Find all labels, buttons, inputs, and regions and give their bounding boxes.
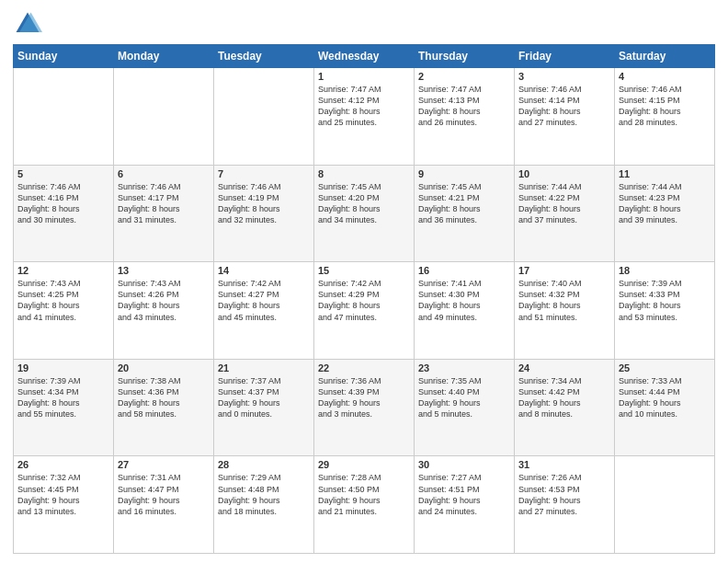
day-number: 22 bbox=[318, 362, 410, 373]
day-cell: 5Sunrise: 7:46 AM Sunset: 4:16 PM Daylig… bbox=[14, 165, 114, 262]
day-cell: 19Sunrise: 7:39 AM Sunset: 4:34 PM Dayli… bbox=[14, 359, 114, 456]
day-cell: 29Sunrise: 7:28 AM Sunset: 4:50 PM Dayli… bbox=[314, 456, 415, 554]
weekday-tuesday: Tuesday bbox=[214, 45, 314, 68]
day-number: 6 bbox=[118, 168, 210, 179]
weekday-monday: Monday bbox=[114, 45, 214, 68]
day-info: Sunrise: 7:45 AM Sunset: 4:20 PM Dayligh… bbox=[318, 181, 410, 226]
weekday-thursday: Thursday bbox=[415, 45, 515, 68]
day-number: 25 bbox=[619, 362, 711, 373]
day-cell: 17Sunrise: 7:40 AM Sunset: 4:32 PM Dayli… bbox=[515, 262, 615, 360]
day-cell: 23Sunrise: 7:35 AM Sunset: 4:40 PM Dayli… bbox=[415, 359, 515, 456]
day-number: 30 bbox=[418, 459, 510, 470]
day-number: 11 bbox=[619, 168, 711, 179]
day-number: 16 bbox=[418, 265, 510, 276]
day-cell bbox=[615, 456, 715, 554]
day-cell: 13Sunrise: 7:43 AM Sunset: 4:26 PM Dayli… bbox=[114, 262, 214, 360]
day-cell: 14Sunrise: 7:42 AM Sunset: 4:27 PM Dayli… bbox=[214, 262, 314, 360]
day-info: Sunrise: 7:42 AM Sunset: 4:27 PM Dayligh… bbox=[218, 278, 310, 323]
week-row-4: 19Sunrise: 7:39 AM Sunset: 4:34 PM Dayli… bbox=[14, 359, 715, 456]
day-number: 23 bbox=[418, 362, 510, 373]
day-cell: 10Sunrise: 7:44 AM Sunset: 4:22 PM Dayli… bbox=[515, 165, 615, 262]
day-cell: 31Sunrise: 7:26 AM Sunset: 4:53 PM Dayli… bbox=[515, 456, 615, 554]
day-info: Sunrise: 7:35 AM Sunset: 4:40 PM Dayligh… bbox=[418, 375, 510, 420]
day-info: Sunrise: 7:36 AM Sunset: 4:39 PM Dayligh… bbox=[318, 375, 410, 420]
day-info: Sunrise: 7:43 AM Sunset: 4:26 PM Dayligh… bbox=[118, 278, 210, 323]
day-info: Sunrise: 7:46 AM Sunset: 4:16 PM Dayligh… bbox=[17, 181, 109, 226]
day-cell: 7Sunrise: 7:46 AM Sunset: 4:19 PM Daylig… bbox=[214, 165, 314, 262]
day-cell: 15Sunrise: 7:42 AM Sunset: 4:29 PM Dayli… bbox=[314, 262, 415, 360]
day-info: Sunrise: 7:28 AM Sunset: 4:50 PM Dayligh… bbox=[318, 472, 410, 517]
calendar-table: SundayMondayTuesdayWednesdayThursdayFrid… bbox=[13, 44, 715, 554]
day-cell: 12Sunrise: 7:43 AM Sunset: 4:25 PM Dayli… bbox=[14, 262, 114, 360]
day-number: 4 bbox=[619, 71, 711, 82]
day-info: Sunrise: 7:40 AM Sunset: 4:32 PM Dayligh… bbox=[518, 278, 610, 323]
day-number: 24 bbox=[518, 362, 610, 373]
weekday-friday: Friday bbox=[515, 45, 615, 68]
day-cell: 21Sunrise: 7:37 AM Sunset: 4:37 PM Dayli… bbox=[214, 359, 314, 456]
day-number: 9 bbox=[418, 168, 510, 179]
day-cell: 11Sunrise: 7:44 AM Sunset: 4:23 PM Dayli… bbox=[615, 165, 715, 262]
day-info: Sunrise: 7:45 AM Sunset: 4:21 PM Dayligh… bbox=[418, 181, 510, 226]
day-number: 7 bbox=[218, 168, 310, 179]
day-number: 28 bbox=[218, 459, 310, 470]
day-info: Sunrise: 7:47 AM Sunset: 4:12 PM Dayligh… bbox=[318, 84, 410, 129]
day-cell: 27Sunrise: 7:31 AM Sunset: 4:47 PM Dayli… bbox=[114, 456, 214, 554]
week-row-3: 12Sunrise: 7:43 AM Sunset: 4:25 PM Dayli… bbox=[14, 262, 715, 360]
week-row-1: 1Sunrise: 7:47 AM Sunset: 4:12 PM Daylig… bbox=[14, 68, 715, 166]
weekday-header-row: SundayMondayTuesdayWednesdayThursdayFrid… bbox=[14, 45, 715, 68]
day-info: Sunrise: 7:29 AM Sunset: 4:48 PM Dayligh… bbox=[218, 472, 310, 517]
day-cell: 28Sunrise: 7:29 AM Sunset: 4:48 PM Dayli… bbox=[214, 456, 314, 554]
day-cell: 1Sunrise: 7:47 AM Sunset: 4:12 PM Daylig… bbox=[314, 68, 415, 166]
page: SundayMondayTuesdayWednesdayThursdayFrid… bbox=[0, 0, 728, 563]
day-number: 13 bbox=[118, 265, 210, 276]
day-number: 26 bbox=[17, 459, 109, 470]
weekday-sunday: Sunday bbox=[14, 45, 114, 68]
day-number: 31 bbox=[518, 459, 610, 470]
day-info: Sunrise: 7:41 AM Sunset: 4:30 PM Dayligh… bbox=[418, 278, 510, 323]
day-cell: 2Sunrise: 7:47 AM Sunset: 4:13 PM Daylig… bbox=[415, 68, 515, 166]
day-info: Sunrise: 7:42 AM Sunset: 4:29 PM Dayligh… bbox=[318, 278, 410, 323]
day-number: 5 bbox=[17, 168, 109, 179]
day-info: Sunrise: 7:47 AM Sunset: 4:13 PM Dayligh… bbox=[418, 84, 510, 129]
day-cell: 6Sunrise: 7:46 AM Sunset: 4:17 PM Daylig… bbox=[114, 165, 214, 262]
day-number: 17 bbox=[518, 265, 610, 276]
day-cell: 8Sunrise: 7:45 AM Sunset: 4:20 PM Daylig… bbox=[314, 165, 415, 262]
day-cell: 4Sunrise: 7:46 AM Sunset: 4:15 PM Daylig… bbox=[615, 68, 715, 166]
day-info: Sunrise: 7:46 AM Sunset: 4:19 PM Dayligh… bbox=[218, 181, 310, 226]
day-number: 29 bbox=[318, 459, 410, 470]
day-number: 10 bbox=[518, 168, 610, 179]
day-cell: 30Sunrise: 7:27 AM Sunset: 4:51 PM Dayli… bbox=[415, 456, 515, 554]
day-info: Sunrise: 7:39 AM Sunset: 4:34 PM Dayligh… bbox=[17, 375, 109, 420]
day-number: 21 bbox=[218, 362, 310, 373]
day-cell: 9Sunrise: 7:45 AM Sunset: 4:21 PM Daylig… bbox=[415, 165, 515, 262]
day-info: Sunrise: 7:43 AM Sunset: 4:25 PM Dayligh… bbox=[17, 278, 109, 323]
day-number: 12 bbox=[17, 265, 109, 276]
day-number: 15 bbox=[318, 265, 410, 276]
header bbox=[13, 9, 715, 39]
weekday-saturday: Saturday bbox=[615, 45, 715, 68]
day-cell: 20Sunrise: 7:38 AM Sunset: 4:36 PM Dayli… bbox=[114, 359, 214, 456]
day-cell: 16Sunrise: 7:41 AM Sunset: 4:30 PM Dayli… bbox=[415, 262, 515, 360]
day-cell: 24Sunrise: 7:34 AM Sunset: 4:42 PM Dayli… bbox=[515, 359, 615, 456]
day-info: Sunrise: 7:26 AM Sunset: 4:53 PM Dayligh… bbox=[518, 472, 610, 517]
day-cell bbox=[114, 68, 214, 166]
day-info: Sunrise: 7:27 AM Sunset: 4:51 PM Dayligh… bbox=[418, 472, 510, 517]
day-number: 1 bbox=[318, 71, 410, 82]
day-info: Sunrise: 7:44 AM Sunset: 4:23 PM Dayligh… bbox=[619, 181, 711, 226]
day-cell: 26Sunrise: 7:32 AM Sunset: 4:45 PM Dayli… bbox=[14, 456, 114, 554]
week-row-2: 5Sunrise: 7:46 AM Sunset: 4:16 PM Daylig… bbox=[14, 165, 715, 262]
day-info: Sunrise: 7:39 AM Sunset: 4:33 PM Dayligh… bbox=[619, 278, 711, 323]
day-number: 18 bbox=[619, 265, 711, 276]
weekday-wednesday: Wednesday bbox=[314, 45, 415, 68]
day-info: Sunrise: 7:46 AM Sunset: 4:14 PM Dayligh… bbox=[518, 84, 610, 129]
day-number: 8 bbox=[318, 168, 410, 179]
day-number: 3 bbox=[518, 71, 610, 82]
day-info: Sunrise: 7:31 AM Sunset: 4:47 PM Dayligh… bbox=[118, 472, 210, 517]
day-number: 27 bbox=[118, 459, 210, 470]
day-cell bbox=[14, 68, 114, 166]
day-cell: 3Sunrise: 7:46 AM Sunset: 4:14 PM Daylig… bbox=[515, 68, 615, 166]
day-number: 19 bbox=[17, 362, 109, 373]
day-cell bbox=[214, 68, 314, 166]
day-info: Sunrise: 7:46 AM Sunset: 4:17 PM Dayligh… bbox=[118, 181, 210, 226]
day-number: 14 bbox=[218, 265, 310, 276]
